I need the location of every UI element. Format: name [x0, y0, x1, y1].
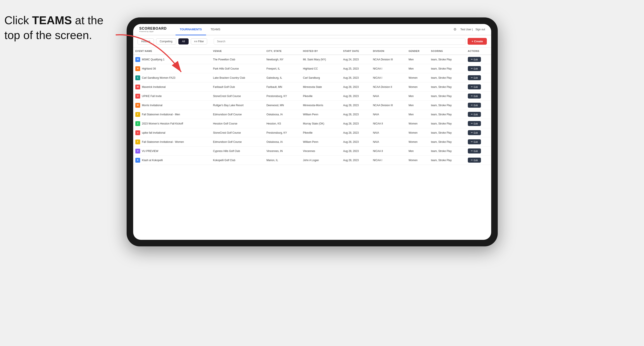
sign-out-link[interactable]: Sign out	[476, 28, 485, 31]
table-row: M Maverick Invitational Faribault Golf C…	[133, 82, 491, 92]
cell-start-date-4: Aug 28, 2023	[341, 92, 371, 101]
edit-button-4[interactable]: ✏ Edit	[468, 94, 481, 99]
event-icon-3: M	[135, 85, 140, 89]
table-row: u upike fall invitational StoneCrest Gol…	[133, 128, 491, 137]
event-icon-4: U	[135, 94, 140, 99]
event-name-label-10: VU PREVIEW	[142, 150, 158, 153]
event-icon-5: M	[135, 103, 140, 108]
cell-event-name-2: C Carl Sandburg Women FA23	[133, 73, 211, 82]
instruction-text: Click TEAMS at thetop of the screen.	[4, 13, 131, 42]
cell-city-state-5: Deerwood, MN	[264, 101, 300, 110]
edit-button-3[interactable]: ✏ Edit	[468, 84, 481, 89]
filter-icon-button[interactable]: ≡ ≡ Filter	[191, 38, 207, 44]
edit-icon-1: ✏	[471, 67, 473, 70]
cell-actions-6: ✏ Edit	[466, 110, 491, 119]
table-row: C Carl Sandburg Women FA23 Lake Bracken …	[133, 73, 491, 82]
cell-actions-7: ✏ Edit	[466, 119, 491, 128]
event-name-cell-8: u upike fall invitational	[135, 130, 209, 135]
event-name-label-0: MSMC Qualifying 1	[142, 58, 164, 61]
competing-filter-button[interactable]: Competing	[156, 38, 176, 44]
cell-division-2: NICAA I	[371, 73, 406, 82]
cell-venue-6: Edmundson Golf Course	[211, 110, 264, 119]
cell-hosted-by-10: Vincennes	[301, 147, 341, 156]
edit-icon-0: ✏	[471, 58, 473, 61]
event-name-cell-7: 2 2023 Women's Hesston Fall Kickoff	[135, 121, 209, 126]
cell-venue-10: Cypress Hills Golf Club	[211, 147, 264, 156]
all-filter-button[interactable]: All	[178, 38, 188, 44]
edit-button-1[interactable]: ✏ Edit	[468, 66, 481, 71]
edit-icon-10: ✏	[471, 150, 473, 152]
cell-event-name-6: F Fall Statesmen Invitational - Men	[133, 110, 211, 119]
logo-text: SCOREBOARD	[139, 27, 167, 30]
col-gender: GENDER	[406, 47, 429, 55]
col-scoring: SCORING	[429, 47, 466, 55]
edit-button-11[interactable]: ✏ Edit	[468, 158, 481, 163]
edit-button-0[interactable]: ✏ Edit	[468, 57, 481, 62]
edit-button-9[interactable]: ✏ Edit	[468, 139, 481, 144]
cell-city-state-3: Faribault, MN	[264, 82, 300, 92]
edit-button-5[interactable]: ✏ Edit	[468, 103, 481, 108]
cell-gender-2: Women	[406, 73, 429, 82]
edit-button-7[interactable]: ✏ Edit	[468, 121, 481, 126]
cell-hosted-by-11: John A Logan	[301, 156, 341, 165]
cell-start-date-3: Aug 28, 2023	[341, 82, 371, 92]
tournaments-table-container: EVENT NAME VENUE CITY, STATE HOSTED BY S…	[133, 47, 491, 240]
event-name-label-3: Maverick Invitational	[142, 85, 166, 89]
cell-start-date-5: Aug 28, 2023	[341, 101, 371, 110]
edit-icon-2: ✏	[471, 76, 473, 79]
settings-icon[interactable]: ⚙	[454, 27, 458, 32]
cell-scoring-9: team, Stroke Play	[429, 137, 466, 147]
tournaments-table: EVENT NAME VENUE CITY, STATE HOSTED BY S…	[133, 47, 491, 165]
table-row: K Klash at Kokopelli Kokopelli Golf Club…	[133, 156, 491, 165]
cell-actions-5: ✏ Edit	[466, 101, 491, 110]
cell-venue-7: Hesston Golf Course	[211, 119, 264, 128]
cell-event-name-7: 2 2023 Women's Hesston Fall Kickoff	[133, 119, 211, 128]
cell-start-date-2: Aug 26, 2023	[341, 73, 371, 82]
event-name-cell-11: K Klash at Kokopelli	[135, 158, 209, 163]
table-row: 2 2023 Women's Hesston Fall Kickoff Hess…	[133, 119, 491, 128]
create-button[interactable]: + Create	[468, 38, 487, 45]
tab-tournaments[interactable]: TOURNAMENTS	[176, 24, 206, 35]
cell-scoring-0: team, Stroke Play	[429, 55, 466, 64]
cell-start-date-9: Aug 28, 2023	[341, 137, 371, 147]
cell-start-date-8: Aug 28, 2023	[341, 128, 371, 137]
cell-event-name-5: M Morris Invitational	[133, 101, 211, 110]
cell-scoring-7: team, Stroke Play	[429, 119, 466, 128]
search-input[interactable]	[214, 38, 466, 45]
hosting-filter-button[interactable]: Hosting	[138, 38, 154, 44]
edit-button-6[interactable]: ✏ Edit	[468, 112, 481, 117]
cell-scoring-6: team, Stroke Play	[429, 110, 466, 119]
cell-hosted-by-8: Pikeville	[301, 128, 341, 137]
edit-icon-7: ✏	[471, 122, 473, 125]
event-icon-7: 2	[135, 121, 140, 126]
cell-hosted-by-7: Murray State (OK)	[301, 119, 341, 128]
edit-icon-6: ✏	[471, 113, 473, 116]
event-icon-8: u	[135, 130, 140, 135]
tab-teams[interactable]: TEAMS	[206, 24, 225, 35]
cell-event-name-1: H Highland 36	[133, 64, 211, 73]
nav-right: ⚙ Test User | Sign out	[454, 27, 485, 32]
cell-scoring-4: team, Stroke Play	[429, 92, 466, 101]
cell-scoring-10: team, Stroke Play	[429, 147, 466, 156]
cell-division-6: NAIA	[371, 110, 406, 119]
edit-button-8[interactable]: ✏ Edit	[468, 130, 481, 135]
edit-button-2[interactable]: ✏ Edit	[468, 75, 481, 80]
event-icon-1: H	[135, 66, 140, 71]
cell-division-7: NICAA II	[371, 119, 406, 128]
top-nav: SCOREBOARD Powered by clippit TOURNAMENT…	[133, 24, 491, 35]
cell-event-name-8: u upike fall invitational	[133, 128, 211, 137]
cell-division-10: NICAA II	[371, 147, 406, 156]
cell-scoring-5: team, Stroke Play	[429, 101, 466, 110]
cell-start-date-10: Aug 28, 2023	[341, 147, 371, 156]
filter-bar: Hosting Competing All ≡ ≡ Filter + Creat…	[133, 35, 491, 47]
col-start-date: START DATE	[341, 47, 371, 55]
cell-city-state-2: Galesburg, IL	[264, 73, 300, 82]
edit-button-10[interactable]: ✏ Edit	[468, 149, 481, 154]
edit-icon-11: ✏	[471, 159, 473, 162]
event-name-label-4: UPIKE Fall Invite	[142, 95, 162, 98]
event-name-label-6: Fall Statesmen Invitational - Men	[142, 113, 180, 116]
cell-scoring-8: team, Stroke Play	[429, 128, 466, 137]
cell-division-8: NAIA	[371, 128, 406, 137]
event-name-label-2: Carl Sandburg Women FA23	[142, 76, 175, 79]
cell-division-11: NICAA I	[371, 156, 406, 165]
